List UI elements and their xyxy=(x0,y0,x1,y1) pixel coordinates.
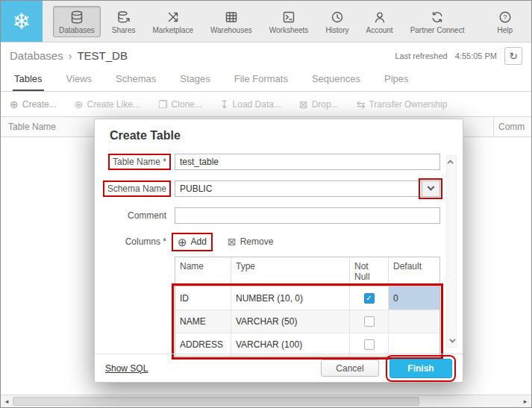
cell-type[interactable]: NUMBER (10, 0) xyxy=(231,286,349,310)
comment-row: Comment xyxy=(95,207,463,224)
warehouses-icon xyxy=(224,10,239,25)
show-sql-link[interactable]: Show SQL xyxy=(105,363,148,374)
tab-stages[interactable]: Stages xyxy=(178,69,211,91)
nav-label: Account xyxy=(366,26,393,34)
schema-name-label: Schema Name xyxy=(95,183,169,195)
nav-label: Warehouses xyxy=(210,26,252,34)
table-name-row: Table Name * xyxy=(95,154,463,170)
horizontal-scrollbar[interactable]: ◂ ▸ xyxy=(1,395,531,407)
comment-label-text: Comment xyxy=(125,210,169,222)
refresh-button[interactable]: ↻ xyxy=(504,47,522,65)
nav-item-shares[interactable]: Shares xyxy=(106,6,142,37)
nav-item-worksheets[interactable]: Worksheets xyxy=(263,6,315,37)
cell-default[interactable] xyxy=(388,310,439,333)
scroll-down-button[interactable] xyxy=(447,336,456,346)
nav-item-account[interactable]: Account xyxy=(360,6,399,37)
remove-icon: ⊠ xyxy=(228,236,237,247)
marketplace-icon xyxy=(166,10,181,25)
nav-label: Shares xyxy=(112,26,136,34)
table-actions-toolbar: ⊕ Create... ⊕ Create Like... ❐ Clone... … xyxy=(1,92,531,116)
scroll-right-arrow-icon[interactable]: ▸ xyxy=(519,395,531,407)
cell-name[interactable]: NAME xyxy=(175,310,231,333)
breadcrumb-databases[interactable]: Databases xyxy=(10,49,63,62)
create-button[interactable]: ⊕ Create... xyxy=(10,99,57,110)
refresh-area: Last refreshed 4:55:05 PM ↻ xyxy=(395,47,522,65)
nav-label: Partner Connect xyxy=(410,26,465,34)
tab-tables[interactable]: Tables xyxy=(13,69,44,91)
help-icon: ? xyxy=(498,10,513,25)
columns-label-text: Columns * xyxy=(123,236,169,248)
create-like-button[interactable]: ⊕ Create Like... xyxy=(75,99,140,110)
cell-type[interactable]: VARCHAR (100) xyxy=(231,333,349,356)
remove-column-button[interactable]: ⊠ Remove xyxy=(225,236,276,248)
nav-item-help[interactable]: ? Help xyxy=(491,6,519,37)
comment-input[interactable] xyxy=(175,207,440,224)
table-name-label: Table Name * xyxy=(95,156,169,168)
column-row-address[interactable]: ADDRESS VARCHAR (100) ✓ xyxy=(175,333,439,356)
transfer-icon: ⇆ xyxy=(357,99,366,110)
drop-button[interactable]: ⊠ Drop... xyxy=(299,99,339,110)
col-header-default: Default xyxy=(388,257,439,286)
clone-button[interactable]: ❐ Clone... xyxy=(158,99,202,110)
nav-label: Marketplace xyxy=(153,26,193,34)
cell-type[interactable]: VARCHAR (50) xyxy=(231,310,349,333)
column-row-id[interactable]: ID NUMBER (10, 0) ✓ 0 xyxy=(175,286,439,310)
cell-name[interactable]: ADDRESS xyxy=(175,333,231,356)
scroll-up-button[interactable] xyxy=(447,157,456,167)
schema-dropdown-button[interactable] xyxy=(422,181,439,196)
refresh-icon: ↻ xyxy=(509,50,518,62)
toolbar-label: Create... xyxy=(22,99,57,110)
create-table-form: Table Name * Schema Name PUBLIC xyxy=(95,154,463,357)
tab-schemas[interactable]: Schemas xyxy=(114,69,157,91)
cell-default[interactable] xyxy=(388,333,439,356)
transfer-ownership-button[interactable]: ⇆ Transfer Ownership xyxy=(357,99,448,110)
cell-not-null: ✓ xyxy=(349,286,388,310)
snowflake-logo[interactable]: ❄ xyxy=(1,1,43,42)
col-header-type: Type xyxy=(231,257,349,286)
not-null-checkbox[interactable]: ✓ xyxy=(364,293,375,304)
toolbar-label: Load Data... xyxy=(233,99,281,110)
chevron-up-icon xyxy=(447,160,453,166)
toolbar-label: Drop... xyxy=(312,99,339,110)
shares-icon xyxy=(116,10,131,25)
tab-views[interactable]: Views xyxy=(65,69,93,91)
column-row-name[interactable]: NAME VARCHAR (50) ✓ xyxy=(175,310,439,333)
scrollbar-thumb[interactable] xyxy=(13,397,419,406)
comment-label: Comment xyxy=(95,210,169,222)
columns-grid: Name Type Not Null Default ID NUMBER (10… xyxy=(175,257,440,357)
dialog-footer: Show SQL Cancel Finish xyxy=(95,354,463,382)
cell-name[interactable]: ID xyxy=(175,286,231,310)
nav-label: Worksheets xyxy=(269,26,309,34)
tab-pipes[interactable]: Pipes xyxy=(383,69,410,91)
object-tabs: Tables Views Schemas Stages File Formats… xyxy=(1,69,531,92)
not-null-checkbox[interactable]: ✓ xyxy=(364,339,375,350)
column-header-comment[interactable]: Comm xyxy=(493,117,531,136)
check-icon: ✓ xyxy=(366,295,372,302)
cancel-button[interactable]: Cancel xyxy=(321,360,379,377)
column-header-spacer xyxy=(462,117,493,136)
columns-grid-rows: ID NUMBER (10, 0) ✓ 0 NAME VARCHAR (50) xyxy=(175,286,440,357)
nav-item-partner-connect[interactable]: Partner Connect xyxy=(404,6,471,37)
create-table-dialog: Create Table Table Name * Schema Name PU… xyxy=(94,119,463,383)
nav-item-databases[interactable]: Databases xyxy=(53,6,101,37)
nav-item-marketplace[interactable]: Marketplace xyxy=(147,6,199,37)
load-data-button[interactable]: ↧ Load Data... xyxy=(220,99,281,110)
table-name-input[interactable] xyxy=(175,154,440,170)
worksheets-icon xyxy=(281,10,296,25)
cell-default[interactable]: 0 xyxy=(388,286,439,310)
nav-item-warehouses[interactable]: Warehouses xyxy=(204,6,258,37)
databases-icon xyxy=(69,10,84,25)
svg-text:?: ? xyxy=(503,13,507,21)
tab-sequences[interactable]: Sequences xyxy=(310,69,362,91)
chevron-down-icon xyxy=(449,336,455,342)
not-null-checkbox[interactable]: ✓ xyxy=(364,316,375,327)
snowflake-icon: ❄ xyxy=(12,8,31,34)
nav-item-history[interactable]: History xyxy=(319,6,354,37)
scroll-left-arrow-icon[interactable]: ◂ xyxy=(1,395,13,407)
finish-button[interactable]: Finish xyxy=(389,359,452,378)
tab-file-formats[interactable]: File Formats xyxy=(233,69,290,91)
account-icon xyxy=(372,10,387,25)
add-column-button[interactable]: ⊕ Add xyxy=(175,236,210,248)
dialog-vertical-scrollbar[interactable] xyxy=(446,155,457,348)
schema-select[interactable]: PUBLIC xyxy=(175,181,440,197)
